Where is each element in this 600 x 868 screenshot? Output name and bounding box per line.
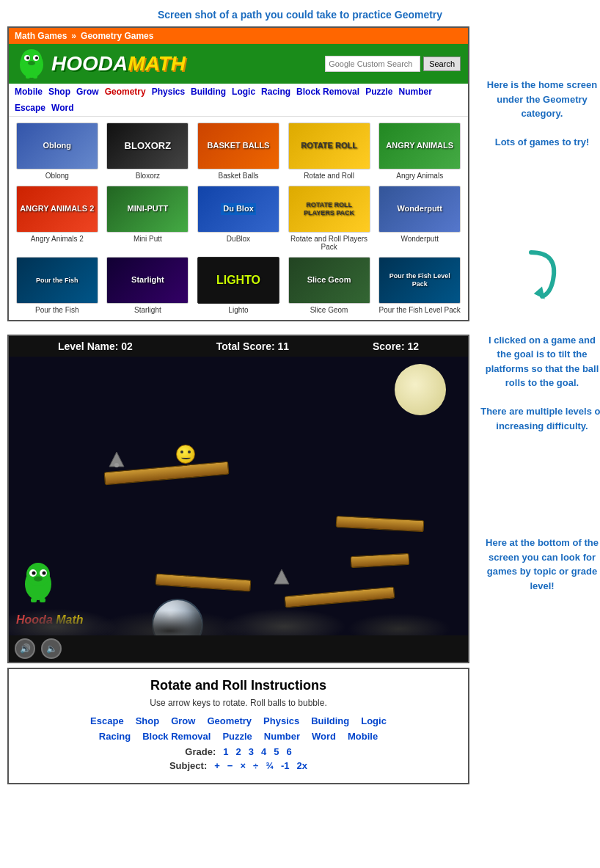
bottom-nav-building[interactable]: Building (311, 715, 349, 726)
breadcrumb-math-games[interactable]: Math Games (15, 31, 67, 41)
annotation-top: Here is the home screen under the Geomet… (477, 70, 600, 157)
nav-physics[interactable]: Physics (152, 87, 185, 97)
grade-6[interactable]: 6 (286, 746, 291, 757)
game-rotate-roll-label: Rotate and Roll (304, 172, 354, 180)
subject-algebra[interactable]: 2x (297, 760, 307, 771)
nav-block-removal[interactable]: Block Removal (296, 87, 359, 97)
nav-word[interactable]: Word (51, 103, 73, 113)
search-area: Search (325, 56, 461, 72)
smiley-ball (176, 445, 195, 464)
grade-5[interactable]: 5 (274, 746, 279, 757)
game-rotate-roll2-label: Rotate and Roll Players Pack (285, 235, 373, 251)
game-bloxorz[interactable]: BLOXORZ Bloxorz (103, 120, 194, 183)
spike-2 (273, 568, 290, 586)
nav-grow[interactable]: Grow (76, 87, 99, 97)
bottom-nav-racing[interactable]: Racing (99, 731, 131, 742)
grade-label: Grade: (185, 746, 216, 757)
game-rotate-roll2[interactable]: ROTATE ROLL PLAYERS PACK Rotate and Roll… (284, 183, 375, 254)
game-slice-geom-label: Slice Geom (310, 306, 348, 314)
svg-rect-8 (33, 75, 37, 79)
bottom-nav-mobile[interactable]: Mobile (348, 731, 378, 742)
bottom-nav-escape[interactable]: Escape (90, 715, 124, 726)
nav-logic[interactable]: Logic (232, 87, 255, 97)
nav-racing[interactable]: Racing (261, 87, 290, 97)
search-input[interactable] (325, 56, 420, 72)
game-pour-fish-label: Pour the Fish (35, 306, 78, 314)
subject-negative[interactable]: -1 (281, 760, 290, 771)
game-hud: Level Name: 02 Total Score: 11 Score: 12 (9, 336, 468, 357)
grade-4[interactable]: 4 (261, 746, 266, 757)
game-angry-animals[interactable]: ANGRY ANIMALS Angry Animals (374, 120, 465, 183)
nav-puzzle[interactable]: Puzzle (365, 87, 392, 97)
screenshot2-game: Level Name: 02 Total Score: 11 Score: 12 (7, 335, 469, 663)
annotation-middle: I clicked on a game and the goal is to t… (477, 326, 600, 441)
game-dublox-label: DuBlox (227, 235, 250, 243)
nav-number[interactable]: Number (398, 87, 431, 97)
nav-shop[interactable]: Shop (48, 87, 70, 97)
subject-row: Subject: + − × ÷ ¾ -1 2x (21, 760, 456, 771)
bottom-nav-grow[interactable]: Grow (171, 715, 195, 726)
bottom-nav-word[interactable]: Word (312, 731, 336, 742)
curved-arrow-icon (520, 245, 564, 304)
platform-3 (351, 553, 410, 568)
svg-point-16 (32, 572, 36, 575)
grade-2[interactable]: 2 (235, 746, 241, 757)
subject-plus[interactable]: + (214, 760, 220, 771)
game-bloxorz-label: Bloxorz (136, 172, 160, 180)
bottom-nav-physics[interactable]: Physics (263, 715, 299, 726)
subject-minus[interactable]: − (227, 760, 233, 771)
bottom-nav-shop[interactable]: Shop (136, 715, 160, 726)
bottom-nav-puzzle[interactable]: Puzzle (222, 731, 252, 742)
mute-button[interactable]: 🔈 (41, 638, 62, 659)
game-basketballs-label: Basket Balls (218, 172, 258, 180)
svg-marker-21 (534, 286, 545, 299)
game-canvas: Hooda Math (9, 357, 468, 635)
game-pour-fish2-label: Pour the Fish Level Pack (379, 306, 461, 314)
game-wonderputt[interactable]: Wonderputt Wonderputt (374, 183, 465, 254)
bottom-nav-row1: Escape Shop Grow Geometry Physics Buildi… (21, 715, 456, 726)
search-button[interactable]: Search (423, 56, 461, 71)
nav-building[interactable]: Building (191, 87, 226, 97)
svg-point-18 (34, 577, 43, 582)
total-score: Total Score: 11 (216, 340, 289, 352)
svg-point-10 (114, 463, 119, 467)
game-pour-fish[interactable]: Pour the Fish Pour the Fish (12, 254, 103, 317)
breadcrumb-geometry-games[interactable]: Geometry Games (81, 31, 153, 41)
grade-1[interactable]: 1 (223, 746, 228, 757)
game-slice-geom[interactable]: Slice Geom Slice Geom (284, 254, 375, 317)
arrow-container (477, 245, 600, 304)
svg-point-6 (28, 61, 35, 65)
game-angry-animals2[interactable]: ANGRY ANIMALS 2 Angry Animals 2 (12, 183, 103, 254)
hooda-monster-icon (16, 48, 47, 79)
sound-button[interactable]: 🔊 (15, 638, 35, 659)
game-starlight[interactable]: Starlight Starlight (103, 254, 194, 317)
game-dublox[interactable]: Du Blox DuBlox (193, 183, 284, 254)
game-mini-putt-label: Mini Putt (133, 235, 162, 243)
breadcrumb-bar: Math Games » Geometry Games (9, 28, 468, 44)
subject-divide[interactable]: ÷ (253, 760, 258, 771)
game-oblong[interactable]: Oblong Oblong (12, 120, 103, 183)
game-rotate-roll[interactable]: ROTATE ROLL Rotate and Roll (284, 120, 375, 183)
bottom-nav-geometry[interactable]: Geometry (207, 715, 252, 726)
game-basketballs[interactable]: BASKET BALLS Basket Balls (193, 120, 284, 183)
game-pour-fish2[interactable]: Pour the Fish Level Pack Pour the Fish L… (374, 254, 465, 317)
nav-geometry[interactable]: Geometry (105, 87, 146, 97)
svg-point-5 (35, 56, 38, 59)
svg-marker-11 (274, 569, 289, 584)
instructions-text: Use arrow keys to rotate. Roll balls to … (21, 698, 456, 708)
platform-2 (336, 516, 425, 532)
subject-times[interactable]: × (240, 760, 246, 771)
game-angry-animals2-label: Angry Animals 2 (31, 235, 84, 243)
nav-escape[interactable]: Escape (15, 103, 45, 113)
nav-mobile[interactable]: Mobile (15, 87, 43, 97)
bottom-nav-logic[interactable]: Logic (361, 715, 387, 726)
bottom-nav-number[interactable]: Number (264, 731, 300, 742)
game-lighto[interactable]: LIGHTO Lighto (193, 254, 284, 317)
bottom-nav-row2: Racing Block Removal Puzzle Number Word … (21, 731, 456, 742)
subject-fraction[interactable]: ¾ (266, 760, 274, 771)
svg-point-4 (26, 56, 29, 59)
game-mini-putt[interactable]: MINI-PUTT Mini Putt (103, 183, 194, 254)
grade-3[interactable]: 3 (249, 746, 254, 757)
game-lighto-label: Lighto (228, 306, 248, 314)
bottom-nav-block-removal[interactable]: Block Removal (142, 731, 211, 742)
